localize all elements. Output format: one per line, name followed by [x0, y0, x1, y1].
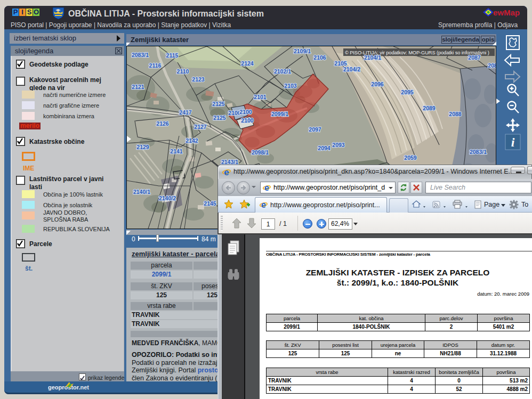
svg-text:2110: 2110: [177, 68, 189, 75]
svg-text:i: i: [511, 135, 515, 149]
svg-text:2127: 2127: [194, 124, 207, 130]
svg-text:2104/1: 2104/1: [364, 54, 381, 61]
svg-text:2417: 2417: [179, 109, 192, 116]
svg-text:2095: 2095: [401, 89, 414, 95]
svg-text:2100: 2100: [241, 117, 254, 124]
svg-text:2121: 2121: [132, 84, 144, 90]
svg-text:2086: 2086: [488, 62, 496, 69]
svg-text:2088: 2088: [449, 111, 462, 117]
svg-text:2126: 2126: [156, 120, 169, 127]
svg-text:e: e: [264, 184, 269, 192]
svg-text:2140/1: 2140/1: [133, 189, 150, 195]
svg-text:e: e: [224, 168, 229, 176]
svg-text:2100: 2100: [228, 110, 241, 116]
svg-text:To: To: [521, 201, 528, 208]
svg-text:2102/1: 2102/1: [274, 68, 291, 75]
svg-text:2096: 2096: [371, 81, 384, 87]
svg-text:2116: 2116: [149, 62, 162, 69]
svg-text:2097: 2097: [309, 126, 321, 133]
svg-text:2093: 2093: [332, 142, 345, 148]
svg-text:2115: 2115: [166, 52, 179, 59]
svg-text:2140/2: 2140/2: [159, 195, 176, 201]
svg-text:2142: 2142: [186, 137, 198, 144]
svg-text:2103: 2103: [284, 83, 297, 89]
svg-text:2141: 2141: [170, 148, 183, 154]
svg-text:2083/1: 2083/1: [132, 52, 149, 58]
svg-text:2083/1: 2083/1: [470, 149, 487, 155]
svg-text:2109/1: 2109/1: [294, 48, 311, 54]
svg-text:2094: 2094: [318, 145, 331, 151]
svg-text:2087: 2087: [468, 54, 481, 61]
svg-text:2100: 2100: [239, 109, 252, 115]
svg-text:2059: 2059: [404, 154, 417, 161]
svg-text:2129: 2129: [136, 144, 149, 150]
svg-text:2101: 2101: [254, 94, 267, 100]
svg-text:Page: Page: [484, 201, 499, 208]
svg-text:2123: 2123: [192, 76, 205, 83]
svg-text:e: e: [261, 201, 266, 209]
svg-text:2125: 2125: [212, 101, 225, 107]
svg-text:2104/2: 2104/2: [343, 66, 360, 72]
svg-text:2089: 2089: [423, 105, 436, 111]
svg-text:2098/1: 2098/1: [252, 149, 269, 156]
svg-text:2125: 2125: [213, 115, 226, 121]
svg-text:2106: 2106: [313, 54, 326, 61]
svg-text:2124: 2124: [241, 60, 254, 67]
svg-text:2099/1: 2099/1: [271, 111, 288, 117]
svg-text:2145: 2145: [204, 200, 216, 207]
